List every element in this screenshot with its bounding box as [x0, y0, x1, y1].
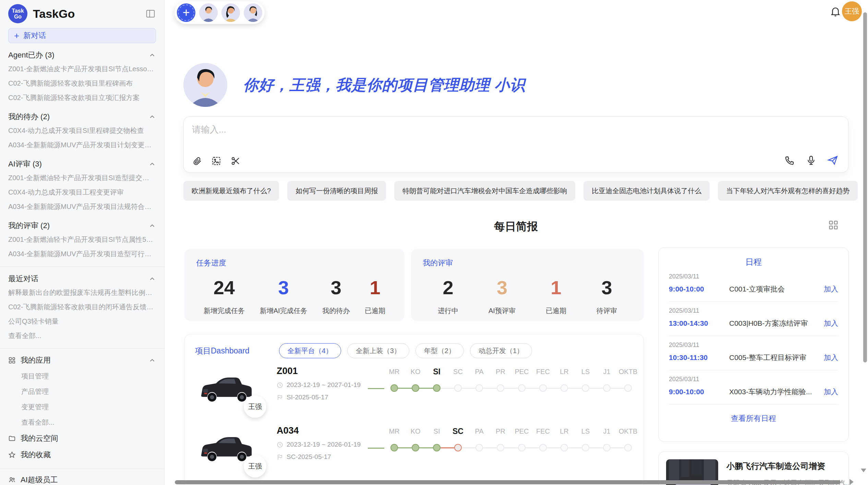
list-item[interactable]: C02-飞腾新能源轻客改款项目的闭环通告反馈情况	[8, 300, 156, 314]
attachment-icon[interactable]	[192, 156, 202, 166]
project-owner-badge: 王强	[244, 455, 266, 477]
sidebar-collapse-icon[interactable]	[145, 9, 156, 19]
chevron-up-icon[interactable]	[148, 113, 156, 121]
milestone-dot	[454, 444, 462, 451]
list-item[interactable]: Z001-全新燃油轻卡产品开发项目SI造型提交物评审	[8, 171, 156, 185]
plus-icon: +	[14, 31, 19, 40]
milestone-dot	[539, 444, 547, 451]
flag-icon	[277, 454, 283, 460]
list-item[interactable]: Z001-全新燃油轻卡产品开发项目SI节点属性5D文件评审	[8, 232, 156, 247]
join-button[interactable]: 加入	[824, 284, 838, 294]
filter-tab[interactable]: 全新上装（3）	[347, 343, 409, 358]
ai-employee-label: AI超级员工	[21, 472, 58, 485]
scroll-down-arrow[interactable]	[861, 469, 866, 472]
divider	[0, 469, 164, 469]
sidebar-item-my-apps[interactable]: 我的应用	[8, 352, 156, 369]
send-icon[interactable]	[827, 154, 839, 166]
chevron-up-icon[interactable]	[148, 222, 156, 229]
view-all-link[interactable]: 查看全部...	[8, 415, 156, 430]
view-all-schedule-link[interactable]: 查看所有日程	[669, 413, 838, 424]
user-avatar[interactable]: 王强	[842, 1, 862, 21]
milestone: FEC	[532, 426, 554, 452]
list-item[interactable]: C0X4-动力总成开发项目工程变更评审	[8, 185, 156, 199]
list-item[interactable]: C02-飞腾新能源轻客改款项目立项汇报方案	[8, 90, 156, 105]
section-title: Agent已办 (3)	[8, 50, 55, 60]
schedule-event: 2025/03/11 13:00-14:30 C003|H0B-方案冻结评审 加…	[669, 302, 838, 336]
list-item[interactable]: A034-全新新能源MUV产品开发项目计划变更表编写	[8, 138, 156, 152]
chevron-up-icon[interactable]	[148, 275, 156, 283]
notification-bell-icon[interactable]	[830, 5, 841, 18]
view-all-link[interactable]: 查看全部...	[8, 328, 156, 343]
milestone-dot	[603, 444, 611, 451]
project-flag-date: SC-2025-05-17	[287, 453, 331, 461]
sidebar-item-ai-employee[interactable]: AI超级员工	[8, 472, 156, 485]
scissors-icon[interactable]	[230, 156, 241, 166]
layout-grid-icon[interactable]	[828, 219, 839, 232]
sidebar: Task Go TaskGo + 新对话 Agent已办 (3) Z001-全新…	[0, 0, 165, 485]
suggestion-chip[interactable]: 比亚迪全固态电池计划具体说了什么	[583, 181, 710, 201]
list-item[interactable]: A034-全新新能源MUV产品开发项目造型可行性评审	[8, 247, 156, 261]
sidebar-item-project-mgmt[interactable]: 项目管理	[8, 369, 156, 384]
sidebar-item-cloud-space[interactable]: 我的云空间	[8, 430, 156, 447]
microphone-icon[interactable]	[806, 155, 817, 166]
add-agent-button[interactable]: +	[177, 3, 195, 22]
suggestion-chip[interactable]: 特朗普可能对进口汽车增税会对中国车企造成哪些影响	[394, 181, 575, 201]
phone-icon[interactable]	[784, 155, 795, 166]
sidebar-item-product-mgmt[interactable]: 产品管理	[8, 384, 156, 399]
list-item[interactable]: A034-全新新能源MUV产品开发项目法规符合性评审	[8, 199, 156, 214]
project-row[interactable]: 王强 A034 2023-12-19 ~ 2026-01-19 SC-2025-…	[195, 425, 633, 469]
event-date: 2025/03/11	[669, 341, 838, 349]
milestone: PR	[490, 426, 511, 452]
list-item[interactable]: C0X4-动力总成开发项目SI里程碑提交物检查	[8, 123, 156, 138]
project-row[interactable]: 王强 Z001 2023-12-19 ~ 2027-01-19 SI-2025-…	[195, 366, 633, 410]
milestone-label: LS	[581, 426, 590, 436]
join-button[interactable]: 加入	[824, 387, 838, 397]
chat-input[interactable]	[192, 124, 672, 135]
list-item[interactable]: Z001-全新燃油皮卡产品开发项目SI节点Lesson Learn报告	[8, 62, 156, 76]
section-recent: 最近对话 解释最新出台的欧盟报废车法规再生塑料比例被调至15%... C02-飞…	[8, 274, 156, 343]
project-code: Z001	[277, 366, 366, 376]
project-dates: 2023-12-19 ~ 2027-01-19	[287, 381, 361, 389]
milestone-dot	[433, 384, 441, 392]
suggestion-chip[interactable]: 欧洲新规最近颁布了什么?	[183, 181, 279, 201]
list-item[interactable]: C02-飞腾新能源轻客改款项目里程碑画布	[8, 76, 156, 90]
scroll-right-arrow[interactable]	[849, 479, 854, 485]
new-chat-button[interactable]: + 新对话	[8, 28, 156, 43]
image-icon[interactable]	[211, 156, 221, 166]
vertical-scrollbar[interactable]	[863, 12, 867, 362]
project-owner-badge: 王强	[244, 395, 266, 418]
chevron-up-icon[interactable]	[148, 357, 156, 364]
milestone-dot	[518, 384, 526, 392]
event-time: 9:00-10:00	[669, 285, 720, 293]
avatar[interactable]	[221, 3, 240, 22]
join-button[interactable]: 加入	[824, 319, 838, 328]
milestone-label: MR	[389, 426, 399, 436]
filter-tab[interactable]: 年型（2）	[415, 343, 464, 358]
filter-tab[interactable]: 全新平台（4）	[279, 343, 341, 358]
stat-label: 已逾期	[546, 306, 566, 315]
milestone: LS	[575, 366, 596, 393]
section-title: 我的评审 (2)	[8, 221, 50, 231]
chevron-up-icon[interactable]	[148, 160, 156, 168]
list-item[interactable]: 解释最新出台的欧盟报废车法规再生塑料比例被调至15%...	[8, 285, 156, 300]
chevron-up-icon[interactable]	[148, 51, 156, 59]
filter-tab[interactable]: 动总开发（1）	[470, 343, 532, 358]
milestone: SC	[447, 426, 469, 452]
list-item[interactable]: 公司Q3轻卡销量	[8, 314, 156, 328]
greeting-text: 你好，王强，我是你的项目管理助理 小识	[243, 75, 525, 95]
milestone: MR	[384, 426, 405, 452]
join-button[interactable]: 加入	[824, 353, 838, 362]
milestone-dot	[497, 384, 504, 392]
milestone: OKTB	[617, 366, 639, 393]
horizontal-scrollbar[interactable]	[175, 480, 841, 484]
sidebar-item-favorites[interactable]: 我的收藏	[8, 447, 156, 463]
milestone-dot	[412, 384, 419, 392]
suggestion-chip[interactable]: 当下年轻人对汽车外观有怎样的喜好趋势	[718, 181, 858, 201]
milestone-dot	[560, 384, 568, 392]
avatar[interactable]	[199, 3, 218, 22]
project-dates: 2023-12-19 ~ 2026-01-19	[287, 441, 361, 448]
suggestion-chip[interactable]: 如何写一份清晰的项目周报	[287, 181, 386, 201]
section-title: AI评审 (3)	[8, 159, 42, 169]
avatar[interactable]	[244, 3, 262, 22]
sidebar-item-change-mgmt[interactable]: 变更管理	[8, 399, 156, 415]
